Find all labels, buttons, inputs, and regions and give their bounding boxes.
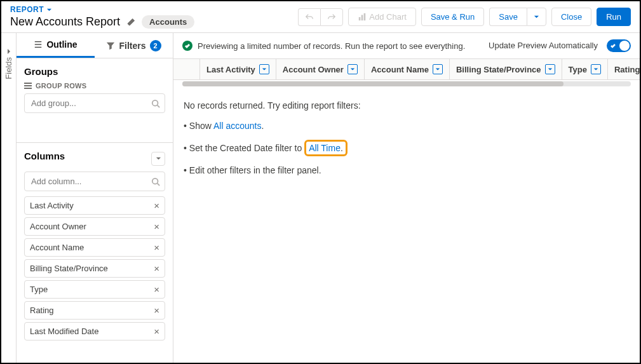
all-accounts-link[interactable]: All accounts xyxy=(213,121,261,131)
chevron-down-icon xyxy=(593,67,598,72)
undo-redo-group xyxy=(298,8,343,26)
header-left: REPORT New Accounts Report Accounts xyxy=(10,5,298,29)
add-chart-button[interactable]: Add Chart xyxy=(348,8,416,26)
horizontal-scrollbar[interactable] xyxy=(182,81,631,86)
close-button[interactable]: Close xyxy=(551,8,591,26)
chevron-down-icon xyxy=(156,156,161,161)
column-header-label: Last Activity xyxy=(206,65,255,74)
add-column-input[interactable] xyxy=(24,172,165,191)
column-item-label: Type xyxy=(30,285,48,294)
chevron-down-icon xyxy=(534,14,539,20)
column-item[interactable]: Account Name× xyxy=(24,238,165,257)
column-item[interactable]: Rating× xyxy=(24,301,165,320)
svg-rect-7 xyxy=(24,85,32,86)
remove-column-button[interactable]: × xyxy=(154,243,159,252)
column-filter-button[interactable] xyxy=(433,64,443,74)
tab-filters[interactable]: Filters 2 xyxy=(95,33,173,58)
auto-update-toggle[interactable] xyxy=(607,39,631,52)
chart-icon xyxy=(358,13,367,22)
chevron-down-icon xyxy=(435,67,440,72)
column-header[interactable]: Rating xyxy=(608,59,640,79)
title-row: New Accounts Report Accounts xyxy=(10,15,298,29)
column-filter-button[interactable] xyxy=(347,64,358,74)
sidebar-tabs: Outline Filters 2 xyxy=(17,33,173,58)
columns-title: Columns xyxy=(24,151,65,161)
tab-outline[interactable]: Outline xyxy=(17,33,95,58)
pencil-icon[interactable] xyxy=(126,18,135,27)
chevron-down-icon xyxy=(548,67,553,72)
column-filter-button[interactable] xyxy=(591,64,601,74)
chevron-down-icon xyxy=(350,67,355,72)
groups-title: Groups xyxy=(24,66,165,77)
grid-header: Last Activity Account Owner Account Name… xyxy=(173,58,640,80)
column-filter-button[interactable] xyxy=(545,64,555,74)
column-item[interactable]: Type× xyxy=(24,280,165,299)
column-header-label: Billing State/Province xyxy=(456,65,541,74)
scrollbar-thumb[interactable] xyxy=(182,81,563,86)
empty-suggestion: Set the Created Date filter to All Time. xyxy=(184,140,630,156)
page-title: New Accounts Report xyxy=(10,15,120,29)
column-header[interactable]: Account Name xyxy=(365,59,450,79)
entity-badge: Accounts xyxy=(142,15,194,29)
undo-button[interactable] xyxy=(298,8,320,26)
save-menu-button[interactable] xyxy=(527,8,546,26)
remove-column-button[interactable]: × xyxy=(154,222,159,231)
group-rows-label: GROUP ROWS xyxy=(24,82,165,90)
save-group: Save xyxy=(489,8,546,26)
chevron-right-icon xyxy=(6,48,12,55)
svg-point-9 xyxy=(152,100,158,105)
search-icon xyxy=(151,99,160,108)
chevron-down-icon xyxy=(46,7,52,13)
column-item[interactable]: Account Owner× xyxy=(24,217,165,236)
remove-column-button[interactable]: × xyxy=(154,201,159,210)
column-item[interactable]: Last Activity× xyxy=(24,196,165,215)
remove-column-button[interactable]: × xyxy=(154,264,159,273)
fields-rail[interactable]: Fields xyxy=(1,33,17,363)
search-icon xyxy=(151,177,160,186)
all-time-link[interactable]: All Time xyxy=(309,143,341,153)
remove-column-button[interactable]: × xyxy=(154,285,159,294)
svg-rect-2 xyxy=(364,13,366,20)
column-header-label: Account Owner xyxy=(283,65,344,74)
filter-icon xyxy=(106,41,115,50)
column-header[interactable]: Billing State/Province xyxy=(450,59,562,79)
save-run-button[interactable]: Save & Run xyxy=(421,8,484,26)
column-header-label: Account Name xyxy=(371,65,429,74)
remove-column-button[interactable]: × xyxy=(154,306,159,315)
save-button[interactable]: Save xyxy=(489,8,527,26)
rows-icon xyxy=(24,82,32,90)
add-group-box xyxy=(24,93,165,113)
columns-menu-button[interactable] xyxy=(151,152,165,166)
column-header-label: Type xyxy=(569,65,587,74)
run-button[interactable]: Run xyxy=(597,8,631,26)
column-item-label: Account Owner xyxy=(30,222,86,231)
svg-line-12 xyxy=(158,183,160,185)
column-item[interactable]: Last Modified Date× xyxy=(24,322,165,340)
column-filter-button[interactable] xyxy=(259,64,269,74)
column-item-label: Rating xyxy=(30,306,54,315)
preview-toggle-wrap: Update Preview Automatically xyxy=(489,39,631,52)
column-header[interactable]: Last Activity xyxy=(200,59,276,79)
add-group-input[interactable] xyxy=(24,93,165,113)
preview-message: Previewing a limited number of records. … xyxy=(198,41,465,51)
column-item-label: Last Activity xyxy=(30,201,74,210)
empty-message: No records returned. Try editing report … xyxy=(184,100,630,111)
empty-state: No records returned. Try editing report … xyxy=(173,86,640,198)
breadcrumb-label: REPORT xyxy=(10,5,44,14)
column-header[interactable]: Type xyxy=(562,59,608,79)
fields-rail-label: Fields xyxy=(4,57,13,79)
column-header[interactable]: Account Owner xyxy=(276,59,365,79)
tab-filters-label: Filters xyxy=(119,41,145,51)
suggestion-text: . xyxy=(341,143,343,153)
check-icon xyxy=(610,43,616,49)
columns-head: Columns xyxy=(24,151,165,166)
redo-button[interactable] xyxy=(320,8,343,26)
column-item[interactable]: Billing State/Province× xyxy=(24,259,165,278)
svg-rect-8 xyxy=(24,88,32,89)
toggle-knob xyxy=(619,41,630,51)
column-item-label: Account Name xyxy=(30,243,84,252)
breadcrumb[interactable]: REPORT xyxy=(10,5,298,14)
remove-column-button[interactable]: × xyxy=(154,327,159,336)
svg-rect-1 xyxy=(361,15,363,20)
tab-outline-label: Outline xyxy=(46,39,77,50)
